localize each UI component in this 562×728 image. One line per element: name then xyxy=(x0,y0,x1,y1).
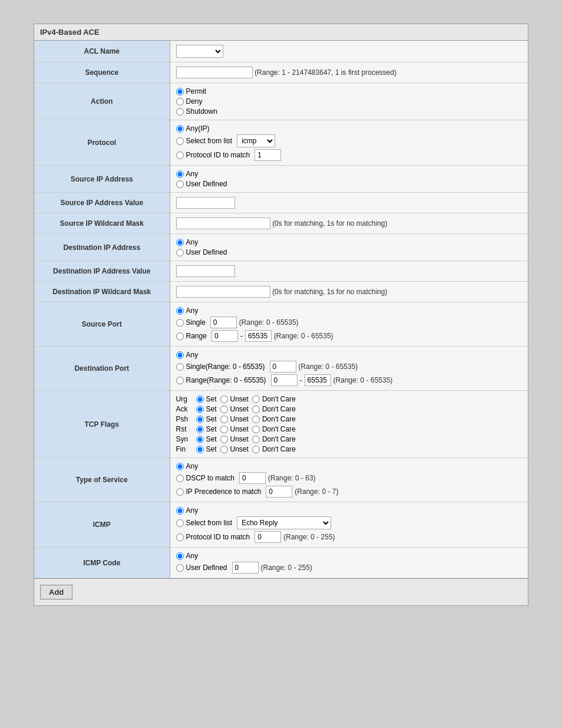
tos-prec-radio[interactable] xyxy=(176,488,184,496)
icmp-code-user-radio[interactable] xyxy=(176,564,184,572)
dest-ip-user-radio[interactable] xyxy=(176,249,184,256)
ack-dontcare-radio[interactable] xyxy=(252,406,260,413)
source-port-single-option[interactable]: Single (Range: 0 - 65535) xyxy=(176,317,523,328)
protocol-list-radio[interactable] xyxy=(176,137,184,145)
dest-ip-user-option[interactable]: User Defined xyxy=(176,248,523,256)
source-port-range-end-input[interactable] xyxy=(245,330,272,342)
rst-set-option[interactable]: Set xyxy=(196,425,217,433)
urg-dontcare-option[interactable]: Don't Care xyxy=(252,395,296,403)
tos-prec-input[interactable] xyxy=(266,486,292,498)
source-ip-value-input[interactable] xyxy=(176,197,235,209)
icmp-list-select[interactable]: Echo Reply Echo Request Destination Unre… xyxy=(237,516,331,529)
dest-port-range-end-input[interactable] xyxy=(305,374,331,386)
syn-unset-radio[interactable] xyxy=(220,436,228,443)
psh-unset-radio[interactable] xyxy=(220,416,228,423)
ack-unset-radio[interactable] xyxy=(220,406,228,413)
tos-any-option[interactable]: Any xyxy=(176,462,523,470)
source-ip-any-option[interactable]: Any xyxy=(176,170,523,178)
action-permit-radio[interactable] xyxy=(176,88,184,95)
icmp-list-option[interactable]: Select from list Echo Reply Echo Request… xyxy=(176,516,523,529)
sequence-input[interactable] xyxy=(176,67,253,78)
dest-port-single-input[interactable] xyxy=(270,361,296,373)
dest-port-range-start-input[interactable] xyxy=(271,374,297,386)
dest-wildcard-input[interactable] xyxy=(176,286,270,298)
dest-port-single-option[interactable]: Single(Range: 0 - 65535) (Range: 0 - 655… xyxy=(176,361,523,373)
protocol-id-option[interactable]: Protocol ID to match xyxy=(176,149,523,161)
urg-unset-radio[interactable] xyxy=(220,396,228,403)
syn-set-option[interactable]: Set xyxy=(196,435,217,443)
rst-dontcare-radio[interactable] xyxy=(252,426,260,433)
syn-dontcare-option[interactable]: Don't Care xyxy=(252,435,296,443)
tos-prec-option[interactable]: IP Precedence to match (Range: 0 - 7) xyxy=(176,486,523,498)
urg-unset-option[interactable]: Unset xyxy=(220,395,249,403)
source-port-single-radio[interactable] xyxy=(176,319,184,327)
dest-port-any-option[interactable]: Any xyxy=(176,351,523,359)
fin-dontcare-option[interactable]: Don't Care xyxy=(252,445,296,453)
fin-unset-radio[interactable] xyxy=(220,446,228,453)
source-port-any-option[interactable]: Any xyxy=(176,307,523,315)
psh-dontcare-option[interactable]: Don't Care xyxy=(252,415,296,423)
source-port-range-option[interactable]: Range - (Range: 0 - 65535) xyxy=(176,330,523,342)
dest-port-any-radio[interactable] xyxy=(176,351,184,359)
fin-dontcare-radio[interactable] xyxy=(252,446,260,453)
syn-set-radio[interactable] xyxy=(196,436,204,443)
syn-dontcare-radio[interactable] xyxy=(252,436,260,443)
rst-unset-option[interactable]: Unset xyxy=(220,425,249,433)
dest-port-range-option[interactable]: Range(Range: 0 - 65535) - (Range: 0 - 65… xyxy=(176,374,523,386)
syn-unset-option[interactable]: Unset xyxy=(220,435,249,443)
fin-set-radio[interactable] xyxy=(196,446,204,453)
psh-unset-option[interactable]: Unset xyxy=(220,415,249,423)
source-port-single-input[interactable] xyxy=(210,317,237,328)
protocol-any-option[interactable]: Any(IP) xyxy=(176,124,523,133)
icmp-id-option[interactable]: Protocol ID to match (Range: 0 - 255) xyxy=(176,531,523,543)
psh-dontcare-radio[interactable] xyxy=(252,416,260,423)
action-deny-radio[interactable] xyxy=(176,98,184,106)
add-button[interactable]: Add xyxy=(40,585,72,599)
icmp-id-radio[interactable] xyxy=(176,533,184,541)
icmp-any-option[interactable]: Any xyxy=(176,506,523,515)
protocol-list-select[interactable]: icmp tcp udp xyxy=(237,134,275,147)
urg-set-radio[interactable] xyxy=(196,396,204,403)
action-shutdown-radio[interactable] xyxy=(176,108,184,116)
rst-set-radio[interactable] xyxy=(196,426,204,433)
dest-ip-any-radio[interactable] xyxy=(176,239,184,246)
action-deny-option[interactable]: Deny xyxy=(176,97,523,106)
source-ip-user-option[interactable]: User Defined xyxy=(176,180,523,188)
source-port-range-start-input[interactable] xyxy=(211,330,238,342)
icmp-code-any-option[interactable]: Any xyxy=(176,552,523,560)
tos-dscp-input[interactable] xyxy=(239,472,266,484)
tos-any-radio[interactable] xyxy=(176,463,184,470)
ack-dontcare-option[interactable]: Don't Care xyxy=(252,405,296,413)
ack-set-radio[interactable] xyxy=(196,406,204,413)
protocol-list-option[interactable]: Select from list icmp tcp udp xyxy=(176,134,523,147)
protocol-id-input[interactable] xyxy=(254,149,281,161)
source-ip-user-radio[interactable] xyxy=(176,180,184,188)
ack-unset-option[interactable]: Unset xyxy=(220,405,249,413)
dest-ip-any-option[interactable]: Any xyxy=(176,238,523,246)
icmp-id-input[interactable] xyxy=(254,531,281,543)
icmp-code-user-input[interactable] xyxy=(232,562,259,574)
tos-dscp-option[interactable]: DSCP to match (Range: 0 - 63) xyxy=(176,472,523,484)
acl-name-select[interactable] xyxy=(176,45,223,58)
icmp-any-radio[interactable] xyxy=(176,507,184,515)
action-permit-option[interactable]: Permit xyxy=(176,87,523,95)
dest-port-range-radio[interactable] xyxy=(176,377,184,384)
icmp-code-any-radio[interactable] xyxy=(176,552,184,560)
ack-set-option[interactable]: Set xyxy=(196,405,217,413)
rst-dontcare-option[interactable]: Don't Care xyxy=(252,425,296,433)
rst-unset-radio[interactable] xyxy=(220,426,228,433)
protocol-id-radio[interactable] xyxy=(176,151,184,159)
icmp-list-radio[interactable] xyxy=(176,519,184,527)
fin-unset-option[interactable]: Unset xyxy=(220,445,249,453)
tos-dscp-radio[interactable] xyxy=(176,475,184,482)
source-port-any-radio[interactable] xyxy=(176,307,184,315)
urg-dontcare-radio[interactable] xyxy=(252,396,260,403)
urg-set-option[interactable]: Set xyxy=(196,395,217,403)
source-port-range-radio[interactable] xyxy=(176,332,184,340)
fin-set-option[interactable]: Set xyxy=(196,445,217,453)
dest-port-single-radio[interactable] xyxy=(176,363,184,371)
source-wildcard-input[interactable] xyxy=(176,218,270,229)
source-ip-any-radio[interactable] xyxy=(176,170,184,178)
icmp-code-user-option[interactable]: User Defined (Range: 0 - 255) xyxy=(176,562,523,574)
action-shutdown-option[interactable]: Shutdown xyxy=(176,107,523,116)
